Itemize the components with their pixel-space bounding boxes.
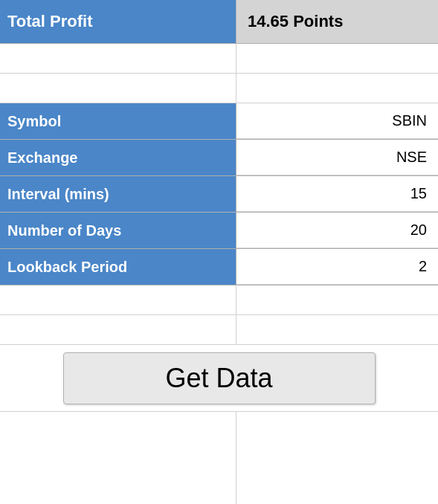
get-data-button[interactable]: Get Data bbox=[63, 352, 376, 404]
exchange-value: NSE bbox=[236, 140, 438, 175]
lookback-row: Lookback Period 2 bbox=[0, 249, 438, 285]
interval-value: 15 bbox=[236, 176, 438, 212]
interval-label: Interval (mins) bbox=[0, 176, 236, 212]
empty-row-1 bbox=[0, 44, 438, 74]
bottom-empty-row-2 bbox=[0, 315, 438, 345]
lookback-label: Lookback Period bbox=[0, 249, 236, 285]
num-days-label: Number of Days bbox=[0, 213, 236, 248]
num-days-value: 20 bbox=[236, 213, 438, 248]
lookback-value: 2 bbox=[236, 249, 438, 285]
bottom-empty-row-1 bbox=[0, 285, 438, 315]
empty-row-2 bbox=[0, 74, 438, 103]
total-profit-value: 14.65 Points bbox=[236, 0, 438, 43]
spreadsheet-container: Total Profit 14.65 Points Symbol SBIN Ex… bbox=[0, 0, 438, 504]
empty-left-1 bbox=[0, 44, 236, 73]
bottom-empty-left-2 bbox=[0, 315, 236, 344]
bottom-filler-left bbox=[0, 412, 236, 504]
total-profit-label: Total Profit bbox=[0, 0, 236, 43]
bottom-empty-right-2 bbox=[236, 315, 438, 344]
interval-row: Interval (mins) 15 bbox=[0, 176, 438, 213]
symbol-row: Symbol SBIN bbox=[0, 103, 438, 140]
symbol-value: SBIN bbox=[236, 103, 438, 139]
empty-right-1 bbox=[236, 44, 438, 73]
num-days-row: Number of Days 20 bbox=[0, 213, 438, 249]
exchange-label: Exchange bbox=[0, 140, 236, 175]
exchange-row: Exchange NSE bbox=[0, 140, 438, 176]
bottom-empty-left-1 bbox=[0, 285, 236, 314]
bottom-empty-right-1 bbox=[236, 285, 438, 314]
bottom-filler-right bbox=[236, 412, 438, 504]
button-row: Get Data bbox=[0, 345, 438, 412]
empty-left-2 bbox=[0, 74, 236, 103]
bottom-filler bbox=[0, 412, 438, 504]
symbol-label: Symbol bbox=[0, 103, 236, 139]
total-profit-row: Total Profit 14.65 Points bbox=[0, 0, 438, 44]
empty-right-2 bbox=[236, 74, 438, 103]
